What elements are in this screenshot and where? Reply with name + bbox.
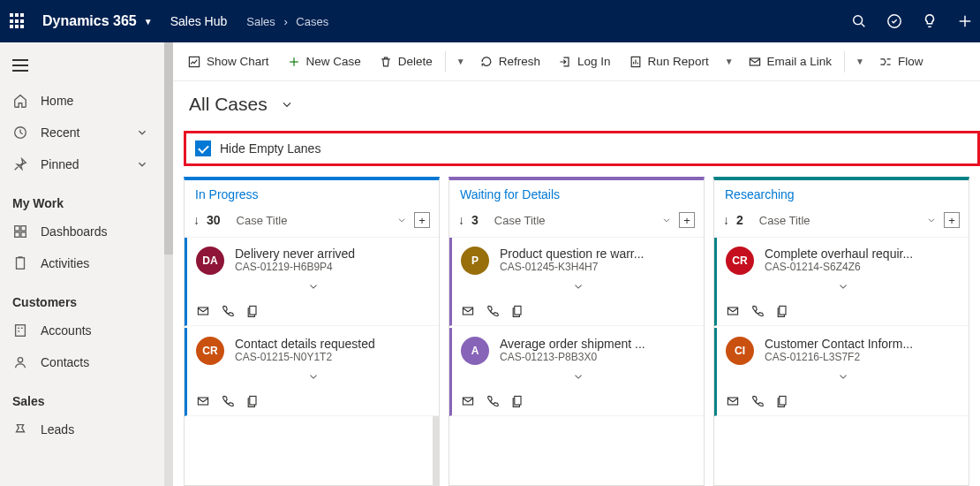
svg-line-7 bbox=[15, 167, 19, 171]
trash-icon bbox=[379, 55, 393, 69]
chevron-down-icon[interactable]: ▼ bbox=[720, 51, 737, 72]
card-title: Product question re warr... bbox=[500, 247, 676, 261]
cmd-run-report[interactable]: Run Report bbox=[622, 49, 716, 74]
nav-label: Activities bbox=[41, 256, 89, 270]
copy-icon[interactable] bbox=[510, 304, 524, 318]
app-launcher-icon[interactable] bbox=[7, 11, 28, 32]
kanban-card[interactable]: A Average order shipment ... CAS-01213-P… bbox=[449, 328, 704, 416]
cmd-show-chart[interactable]: Show Chart bbox=[180, 49, 276, 74]
kanban-card[interactable]: DA Delivery never arrived CAS-01219-H6B9… bbox=[185, 238, 439, 326]
add-card-button[interactable]: + bbox=[679, 212, 695, 228]
nav-label: Pinned bbox=[41, 157, 79, 171]
scrollbar[interactable] bbox=[164, 42, 173, 486]
home-icon bbox=[12, 93, 28, 109]
avatar: DA bbox=[196, 247, 224, 275]
chevron-down-icon[interactable] bbox=[726, 275, 960, 300]
phone-icon[interactable] bbox=[750, 394, 765, 408]
add-card-button[interactable]: + bbox=[414, 212, 430, 228]
chevron-down-icon bbox=[134, 125, 150, 140]
kanban-card[interactable]: CR Contact details requested CAS-01215-N… bbox=[185, 328, 439, 416]
breadcrumb-item[interactable]: Sales bbox=[246, 15, 275, 28]
lane-sort[interactable]: ↓ 3 Case Title bbox=[458, 213, 546, 227]
kanban-card[interactable]: CR Complete overhaul requir... CAS-01214… bbox=[714, 238, 969, 326]
avatar: CR bbox=[196, 337, 224, 365]
nav-home[interactable]: Home bbox=[0, 85, 173, 117]
email-icon[interactable] bbox=[461, 304, 475, 318]
chevron-down-icon[interactable]: ▼ bbox=[451, 51, 469, 72]
sort-label: Case Title bbox=[759, 214, 810, 227]
chevron-down-icon[interactable] bbox=[396, 215, 407, 225]
breadcrumb-item[interactable]: Cases bbox=[296, 15, 328, 28]
svg-rect-35 bbox=[780, 306, 786, 315]
lane-sort[interactable]: ↓ 30 Case Title bbox=[193, 213, 287, 227]
svg-rect-26 bbox=[198, 308, 207, 315]
nav-activities[interactable]: Activities bbox=[0, 247, 173, 279]
nav-accounts[interactable]: Accounts bbox=[0, 315, 173, 346]
task-icon[interactable] bbox=[886, 13, 902, 29]
nav-recent[interactable]: Recent bbox=[0, 117, 173, 148]
lane-title: In Progress bbox=[195, 187, 259, 201]
copy-icon[interactable] bbox=[245, 304, 260, 318]
refresh-icon bbox=[479, 55, 494, 69]
email-icon[interactable] bbox=[461, 394, 475, 408]
chevron-down-icon[interactable]: ▼ bbox=[144, 17, 153, 27]
svg-rect-25 bbox=[750, 58, 759, 65]
main-content: Show Chart New Case Delete ▼ Refresh Log… bbox=[173, 42, 980, 486]
email-icon[interactable] bbox=[726, 394, 740, 408]
kanban-card[interactable]: CI Customer Contact Inform... CAS-01216-… bbox=[714, 328, 969, 416]
add-card-button[interactable]: + bbox=[944, 212, 960, 228]
nav-pinned[interactable]: Pinned bbox=[0, 148, 173, 180]
nav-leads[interactable]: Leads bbox=[0, 414, 173, 445]
plus-icon[interactable] bbox=[957, 13, 973, 29]
hide-empty-lanes-toggle[interactable]: Hide Empty Lanes bbox=[184, 131, 980, 166]
cmd-login[interactable]: Log In bbox=[551, 49, 618, 74]
hub-name[interactable]: Sales Hub bbox=[170, 14, 228, 28]
phone-icon[interactable] bbox=[750, 304, 765, 318]
nav-contacts[interactable]: Contacts bbox=[0, 346, 173, 378]
cmd-new-case[interactable]: New Case bbox=[280, 49, 368, 74]
chevron-down-icon[interactable] bbox=[280, 97, 294, 111]
phone-icon[interactable] bbox=[221, 394, 235, 408]
breadcrumb: Sales › Cases bbox=[246, 15, 328, 28]
chevron-down-icon[interactable]: ▼ bbox=[850, 51, 868, 72]
chevron-down-icon[interactable] bbox=[461, 275, 695, 300]
cmd-delete[interactable]: Delete bbox=[372, 49, 440, 74]
email-icon[interactable] bbox=[726, 304, 740, 318]
card-subtitle: CAS-01216-L3S7F2 bbox=[765, 351, 960, 363]
cmd-refresh[interactable]: Refresh bbox=[472, 49, 547, 74]
phone-icon[interactable] bbox=[221, 304, 235, 318]
chevron-down-icon[interactable] bbox=[461, 365, 695, 391]
phone-icon[interactable] bbox=[486, 304, 500, 318]
email-icon[interactable] bbox=[196, 304, 210, 318]
nav-label: Dashboards bbox=[41, 224, 108, 239]
cmd-flow[interactable]: Flow bbox=[871, 49, 931, 74]
view-title[interactable]: All Cases bbox=[189, 94, 268, 115]
search-icon[interactable] bbox=[851, 13, 867, 29]
copy-icon[interactable] bbox=[245, 394, 260, 408]
global-header: Dynamics 365 ▼ Sales Hub Sales › Cases bbox=[0, 0, 980, 42]
phone-icon[interactable] bbox=[486, 394, 500, 408]
svg-rect-10 bbox=[15, 232, 19, 237]
chevron-down-icon[interactable] bbox=[726, 365, 960, 391]
avatar: CI bbox=[726, 337, 754, 365]
nav-dashboards[interactable]: Dashboards bbox=[0, 216, 173, 247]
email-icon[interactable] bbox=[196, 394, 210, 408]
hamburger-icon[interactable] bbox=[0, 51, 35, 80]
svg-rect-36 bbox=[727, 398, 737, 405]
copy-icon[interactable] bbox=[510, 394, 524, 408]
copy-icon[interactable] bbox=[775, 394, 789, 408]
lane-sort[interactable]: ↓ 2 Case Title bbox=[723, 213, 810, 227]
lightbulb-icon[interactable] bbox=[922, 13, 938, 29]
card-actions bbox=[196, 300, 430, 320]
chevron-down-icon[interactable] bbox=[196, 275, 430, 300]
kanban-card[interactable]: P Product question re warr... CAS-01245-… bbox=[449, 238, 704, 326]
scrollbar[interactable] bbox=[433, 416, 439, 485]
svg-rect-13 bbox=[16, 325, 26, 337]
cmd-email-link[interactable]: Email a Link bbox=[741, 49, 840, 74]
chevron-down-icon[interactable] bbox=[661, 215, 672, 225]
svg-rect-27 bbox=[250, 306, 256, 315]
copy-icon[interactable] bbox=[775, 304, 789, 318]
chevron-down-icon[interactable] bbox=[926, 215, 937, 225]
checkbox-checked-icon[interactable] bbox=[195, 140, 211, 156]
chevron-down-icon[interactable] bbox=[196, 365, 430, 391]
